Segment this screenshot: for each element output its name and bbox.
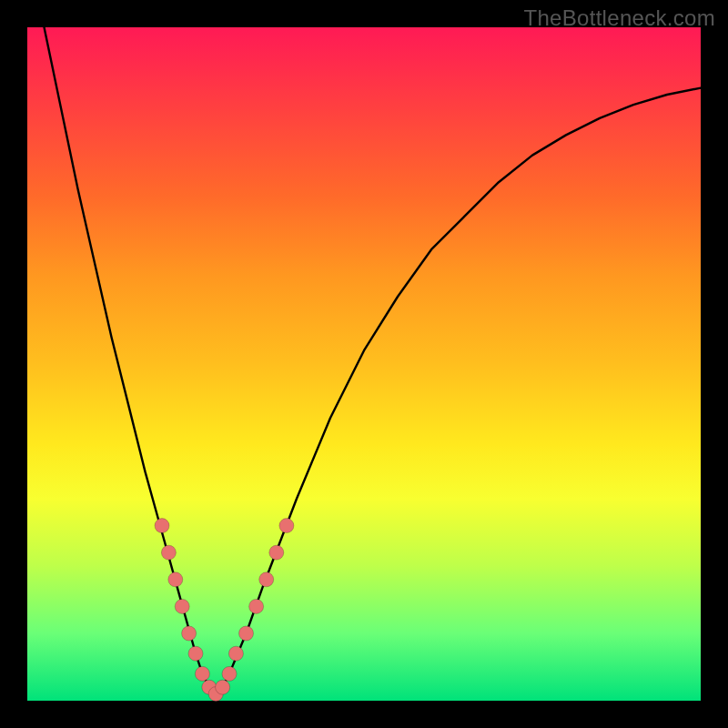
- highlight-dot: [168, 572, 183, 587]
- plot-area: [27, 27, 701, 701]
- highlight-dot: [249, 599, 264, 613]
- marker-group: [155, 519, 294, 702]
- highlight-dot: [279, 519, 294, 533]
- highlight-dot: [155, 519, 169, 533]
- highlight-dot: [269, 545, 284, 560]
- chart-svg: [27, 27, 701, 701]
- highlight-dot: [175, 599, 189, 613]
- highlight-dot: [259, 572, 274, 587]
- bottleneck-curve: [27, 0, 701, 694]
- watermark-text: TheBottleneck.com: [523, 5, 715, 31]
- highlight-dot: [239, 626, 254, 641]
- highlight-dot: [228, 646, 243, 661]
- highlight-dot: [195, 666, 209, 681]
- highlight-dot: [216, 680, 230, 694]
- highlight-dot: [161, 545, 176, 560]
- highlight-dot: [188, 646, 203, 661]
- chart-frame: TheBottleneck.com: [0, 0, 728, 728]
- highlight-dot: [222, 666, 237, 681]
- highlight-dot: [182, 626, 197, 641]
